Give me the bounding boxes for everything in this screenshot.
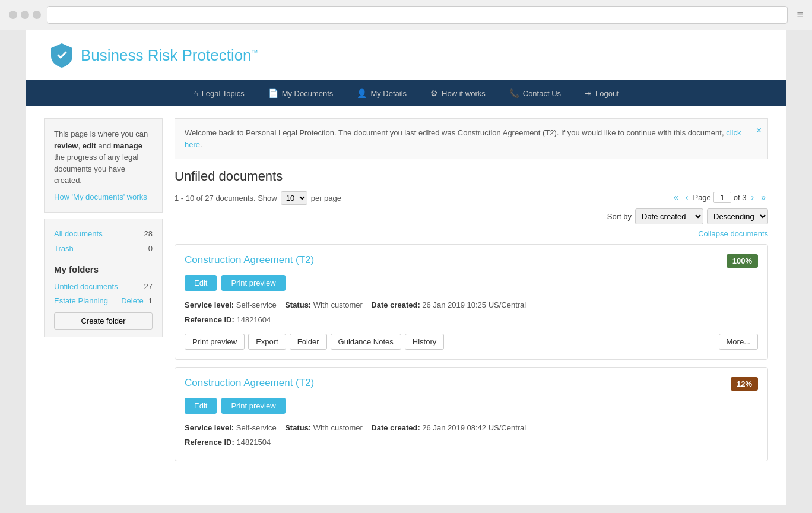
history-button-1[interactable]: History (405, 334, 444, 350)
page-wrapper: Business Risk Protection™ ⌂ Legal Topics… (26, 30, 786, 505)
nav-logout[interactable]: ⇥ Logout (573, 80, 631, 106)
more-button-1[interactable]: More... (719, 334, 758, 350)
nav-legal-topics[interactable]: ⌂ Legal Topics (181, 80, 256, 106)
welcome-banner: Welcome back to Personal Legal Protectio… (175, 118, 768, 159)
per-page-select[interactable]: 10 25 50 (281, 191, 307, 205)
doc-ref-1: Reference ID: 14821604 (185, 314, 758, 327)
nav-how-it-works[interactable]: ⚙ How it works (418, 80, 497, 106)
doc-card-1-header: Construction Agreement (T2) 100% (185, 254, 758, 268)
edit-button-2[interactable]: Edit (185, 398, 217, 414)
my-folders-title: My folders (54, 264, 153, 274)
progress-badge-2: 12% (731, 377, 758, 391)
site-header: Business Risk Protection™ (26, 30, 786, 80)
document-card-1: Construction Agreement (T2) 100% Edit Pr… (175, 244, 768, 360)
collapse-row: Collapse documents (175, 229, 768, 238)
sidebar-all-documents[interactable]: All documents 28 (54, 226, 153, 241)
nav-my-documents[interactable]: 📄 My Documents (256, 80, 345, 106)
sidebar: This page is where you can review, edit … (44, 118, 163, 468)
address-bar[interactable] (47, 6, 788, 24)
doc-meta-1: Service level: Self-service Status: With… (185, 299, 758, 312)
browser-dot-2 (21, 11, 29, 19)
sidebar-nav-links: All documents 28 Trash 0 My folders Unfi… (44, 218, 163, 337)
sidebar-unfiled[interactable]: Unfiled documents 27 (54, 279, 153, 294)
doc-meta-2: Service level: Self-service Status: With… (185, 422, 758, 435)
nav-contact-us[interactable]: 📞 Contact Us (497, 80, 573, 106)
page-input[interactable] (713, 192, 731, 203)
nav-my-details[interactable]: 👤 My Details (345, 80, 418, 106)
browser-dot-3 (33, 11, 41, 19)
sidebar-trash[interactable]: Trash 0 (54, 241, 153, 256)
sort-order-select[interactable]: Descending Ascending (707, 208, 768, 224)
logout-icon: ⇥ (585, 88, 592, 98)
logo: Business Risk Protection™ (50, 42, 258, 68)
sidebar-info-box: This page is where you can review, edit … (44, 118, 163, 213)
sidebar-estate-planning: Estate Planning Delete 1 (54, 294, 153, 308)
document-card-2: Construction Agreement (T2) 12% Edit Pri… (175, 367, 768, 462)
gear-icon: ⚙ (430, 88, 438, 98)
document-icon: 📄 (268, 88, 278, 98)
section-title: Unfiled documents (175, 169, 768, 184)
main-nav: ⌂ Legal Topics 📄 My Documents 👤 My Detai… (26, 80, 786, 106)
guidance-notes-button-1[interactable]: Guidance Notes (331, 334, 401, 350)
doc-title-2[interactable]: Construction Agreement (T2) (185, 377, 314, 389)
welcome-close-button[interactable]: × (756, 124, 762, 138)
browser-menu-icon[interactable]: ≡ (797, 9, 803, 21)
doc-title-1[interactable]: Construction Agreement (T2) (185, 254, 314, 266)
doc-secondary-actions-1: Print preview Export Folder Guidance Not… (185, 334, 444, 350)
create-folder-button[interactable]: Create folder (54, 312, 153, 330)
doc-actions-top-2: Edit Print preview (185, 398, 758, 414)
person-icon: 👤 (357, 88, 367, 98)
shield-icon (50, 42, 74, 68)
doc-actions-bottom-1: Print preview Export Folder Guidance Not… (185, 334, 758, 350)
estate-planning-link[interactable]: Estate Planning (54, 296, 108, 305)
next-page-button[interactable]: › (749, 191, 757, 203)
print-preview-button-2[interactable]: Print preview (221, 398, 285, 414)
last-page-button[interactable]: » (759, 191, 768, 203)
print-preview-button-1[interactable]: Print preview (221, 275, 285, 291)
logo-text: Business Risk Protection™ (81, 46, 258, 65)
estate-delete-link[interactable]: Delete (121, 296, 144, 305)
print-preview-outline-button-1[interactable]: Print preview (185, 334, 245, 350)
controls-row: 1 - 10 of 27 documents. Show 10 25 50 pe… (175, 191, 768, 205)
sort-row: Sort by Date created Date modified Title… (175, 208, 768, 224)
sort-controls: Sort by Date created Date modified Title… (607, 208, 768, 224)
content-area: This page is where you can review, edit … (26, 106, 786, 480)
home-icon: ⌂ (193, 88, 198, 98)
edit-button-1[interactable]: Edit (185, 275, 217, 291)
main-content: Welcome back to Personal Legal Protectio… (175, 118, 768, 468)
sort-by-select[interactable]: Date created Date modified Title (635, 208, 703, 224)
first-page-button[interactable]: « (671, 191, 681, 203)
folder-button-1[interactable]: Folder (290, 334, 327, 350)
phone-icon: 📞 (509, 88, 519, 98)
browser-dots (9, 11, 41, 19)
collapse-documents-link[interactable]: Collapse documents (175, 229, 768, 238)
how-my-docs-works-link[interactable]: How 'My documents' works (54, 191, 153, 203)
prev-page-button[interactable]: ‹ (683, 191, 691, 203)
browser-chrome: ≡ (0, 0, 812, 30)
pagination: « ‹ Page of 3 › » (671, 191, 768, 203)
browser-dot-1 (9, 11, 17, 19)
progress-badge-1: 100% (727, 254, 758, 268)
doc-actions-top-1: Edit Print preview (185, 275, 758, 291)
doc-ref-2: Reference ID: 14821504 (185, 436, 758, 449)
export-button-1[interactable]: Export (248, 334, 286, 350)
docs-info: 1 - 10 of 27 documents. Show 10 25 50 pe… (175, 191, 341, 205)
doc-card-2-header: Construction Agreement (T2) 12% (185, 377, 758, 391)
